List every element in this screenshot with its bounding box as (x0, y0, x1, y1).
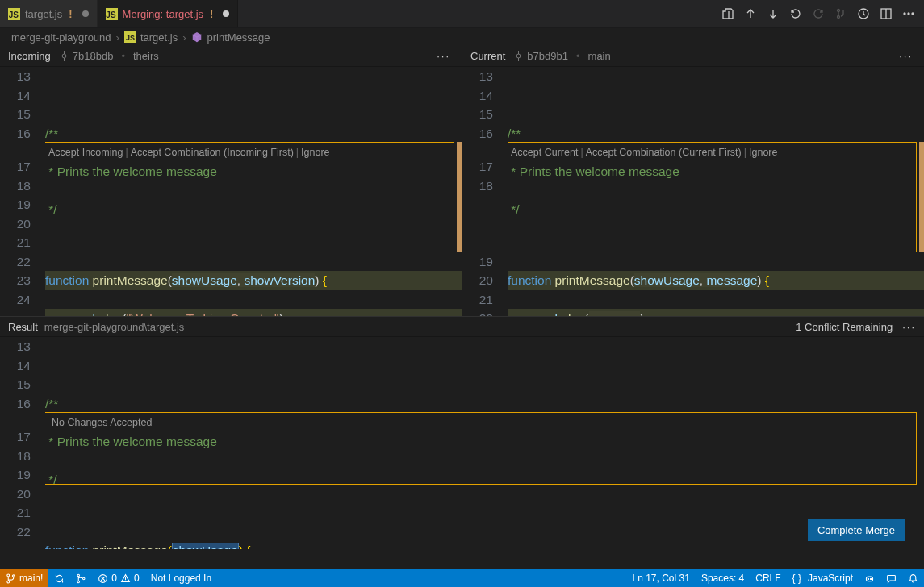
revert-icon[interactable] (785, 3, 806, 24)
status-sync[interactable] (48, 569, 70, 587)
status-cursor-pos[interactable]: Ln 17, Col 31 (627, 569, 696, 587)
timeline-icon[interactable] (853, 3, 874, 24)
copilot-icon (864, 573, 875, 584)
status-spaces[interactable]: Spaces: 4 (696, 569, 750, 587)
more-icon[interactable]: ··· (902, 321, 916, 333)
result-header: Result merge-git-playground\target.js 1 … (0, 316, 924, 337)
status-eol[interactable]: CRLF (750, 569, 786, 587)
code-content: /** * Prints the welcome message */ No C… (45, 337, 924, 549)
svg-point-9 (7, 574, 10, 577)
svg-point-4 (904, 13, 905, 15)
chevron-right-icon: › (182, 31, 186, 44)
branch-name: theirs (133, 50, 159, 62)
breadcrumb-file: target.js (140, 31, 178, 44)
commit-hash[interactable]: 7b18bdb (59, 50, 114, 62)
svg-rect-16 (866, 577, 872, 581)
current-pane: Current b7bd9b1 • main ··· 13141516 1718… (462, 46, 924, 316)
more-icon[interactable]: ··· (433, 50, 454, 62)
status-branch[interactable]: main! (0, 569, 48, 587)
bullet: • (576, 50, 580, 62)
result-path: merge-git-playground\target.js (44, 321, 184, 333)
svg-point-17 (868, 578, 868, 579)
pane-title: Current (470, 50, 505, 62)
overview-marker (919, 142, 924, 252)
code-content: /** * Prints the welcome message */ Acce… (508, 67, 924, 316)
bullet: • (121, 50, 125, 62)
git-graph-icon (76, 573, 86, 584)
tab-bar: JS target.js ! JS Merging: target.js ! (0, 0, 924, 28)
status-copilot[interactable] (859, 569, 880, 587)
incoming-editor[interactable]: 13141516 1718192021222324 /** * Prints t… (0, 67, 462, 316)
prev-change-icon (808, 3, 829, 24)
tab-actions (717, 0, 924, 27)
js-file-icon: JS (106, 8, 118, 20)
symbol-method-icon (191, 31, 203, 44)
git-branch-icon (6, 573, 16, 584)
svg-point-5 (908, 13, 909, 15)
more-icon[interactable]: ··· (896, 50, 916, 62)
svg-point-14 (83, 577, 85, 579)
warning-icon (120, 573, 131, 584)
line-gutter: 13141516 1718 19202122 (462, 67, 508, 316)
svg-point-6 (912, 13, 914, 15)
svg-point-7 (62, 54, 66, 58)
conflicts-remaining[interactable]: 1 Conflict Remaining (796, 321, 893, 333)
more-icon[interactable] (898, 3, 919, 24)
breadcrumb-symbol: printMessage (207, 31, 270, 44)
js-file-icon: JS (124, 31, 136, 43)
pane-title: Result (8, 321, 38, 333)
line-gutter: 13141516 1718192021222324 (0, 67, 45, 316)
pane-title: Incoming (8, 50, 51, 62)
git-commit-icon (513, 51, 524, 61)
svg-point-18 (870, 578, 871, 579)
status-language[interactable]: { }JavaScript (787, 569, 859, 587)
tab-target[interactable]: JS target.js ! (0, 0, 98, 27)
status-graph[interactable] (70, 569, 92, 587)
breadcrumb[interactable]: merge-git-playground › JS target.js › pr… (0, 28, 924, 46)
breadcrumb-root: merge-git-playground (11, 31, 111, 44)
status-notifications[interactable] (902, 569, 924, 587)
chevron-right-icon: › (116, 31, 119, 44)
complete-merge-button[interactable]: Complete Merge (808, 519, 905, 541)
result-editor[interactable]: 13141516 171819202122 /** * Prints the w… (0, 337, 924, 549)
next-change-icon (830, 3, 851, 24)
js-file-icon: JS (8, 8, 20, 20)
tab-label: target.js (25, 8, 62, 20)
line-gutter: 13141516 171819202122 (0, 337, 45, 549)
code-lens[interactable]: Accept Current|Accept Combination (Curre… (508, 143, 780, 164)
sync-icon (54, 573, 65, 584)
svg-point-10 (7, 581, 10, 583)
status-feedback[interactable] (880, 569, 902, 587)
tab-label: Merging: target.js (123, 8, 203, 20)
git-commit-icon (59, 51, 69, 61)
modified-indicator: ! (210, 8, 213, 20)
code-content: /** * Prints the welcome message */ Acce… (45, 67, 462, 316)
status-problems[interactable]: 0 0 (92, 569, 144, 587)
arrow-up-icon[interactable] (740, 3, 761, 24)
status-login[interactable]: Not Logged In (145, 569, 217, 587)
dirty-dot-icon (82, 10, 89, 17)
arrow-down-icon[interactable] (763, 3, 784, 24)
bell-icon (908, 573, 918, 584)
branch-name: main (588, 50, 611, 62)
commit-hash[interactable]: b7bd9b1 (513, 50, 568, 62)
split-editor-icon[interactable] (876, 3, 897, 24)
compare-changes-icon[interactable] (717, 3, 738, 24)
feedback-icon (886, 573, 897, 584)
current-header: Current b7bd9b1 • main ··· (462, 46, 924, 67)
error-icon (98, 573, 108, 584)
svg-point-8 (516, 54, 521, 58)
merge-panes: Incoming 7b18bdb • theirs ··· 13141516 1… (0, 46, 924, 316)
incoming-header: Incoming 7b18bdb • theirs ··· (0, 46, 462, 67)
current-editor[interactable]: 13141516 1718 19202122 /** * Prints the … (462, 67, 924, 316)
status-bar: main! 0 0 Not Logged In Ln 17, Col 31 Sp… (0, 569, 924, 587)
code-lens[interactable]: Accept Incoming|Accept Combination (Inco… (45, 143, 333, 164)
dirty-dot-icon (223, 10, 229, 17)
tab-merging[interactable]: JS Merging: target.js ! (98, 0, 239, 27)
modified-indicator: ! (69, 8, 72, 20)
code-lens[interactable]: No Changes Accepted (48, 413, 155, 434)
incoming-pane: Incoming 7b18bdb • theirs ··· 13141516 1… (0, 46, 462, 316)
